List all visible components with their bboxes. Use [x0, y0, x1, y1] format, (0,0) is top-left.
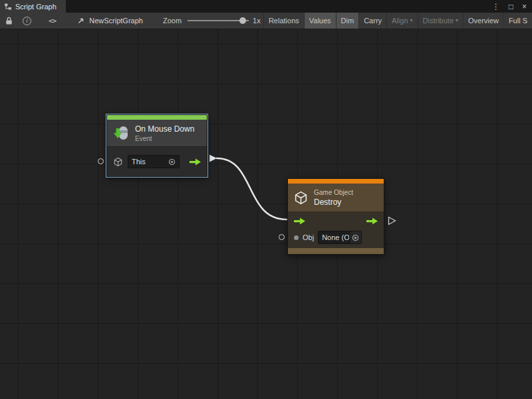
node-subtitle: Event: [135, 135, 194, 142]
code-icon[interactable]: <>: [49, 17, 56, 25]
obj-label: Obj: [303, 233, 314, 241]
zoom-label: Zoom: [163, 17, 182, 25]
control-flow-row: [288, 213, 384, 229]
target-field[interactable]: This: [128, 155, 180, 168]
node-title: Destroy: [314, 198, 353, 207]
window-tab-bar: Script Graph ⋮ □ ×: [0, 0, 532, 13]
flow-output-port[interactable]: [190, 158, 201, 166]
values-button[interactable]: Values: [304, 13, 336, 29]
tab-script-graph[interactable]: Script Graph: [0, 0, 66, 13]
zoom-slider-handle[interactable]: [239, 17, 246, 24]
node-on-mouse-down[interactable]: On Mouse Down Event This: [106, 114, 207, 177]
maximize-icon[interactable]: □: [509, 3, 513, 11]
overview-button[interactable]: Overview: [463, 13, 503, 29]
info-icon[interactable]: i: [23, 17, 31, 25]
toolbar-buttons: Relations Values Dim Carry Align▾ Distri…: [263, 13, 532, 29]
fullscreen-button[interactable]: Full S: [503, 13, 532, 29]
graph-canvas[interactable]: On Mouse Down Event This: [0, 29, 532, 399]
window-menu-icon[interactable]: ⋮: [492, 3, 500, 11]
node-header: On Mouse Down Event: [107, 120, 207, 146]
graph-breadcrumb[interactable]: NewScriptGraph: [77, 17, 143, 25]
node-category: Game Object: [314, 189, 353, 196]
graph-name-label: NewScriptGraph: [89, 17, 143, 25]
flow-continuation-icon: [388, 216, 396, 225]
distribute-button[interactable]: Distribute▾: [418, 13, 463, 29]
destroy-accent-strip: [288, 179, 384, 184]
object-picker-icon[interactable]: [168, 158, 176, 166]
event-accent-strip: [107, 115, 207, 120]
node-port-rows: Obj None (O: [288, 211, 384, 248]
mouse-down-icon: [112, 124, 130, 142]
node-header: Game Object Destroy: [288, 184, 384, 211]
flow-output-port[interactable]: [366, 217, 378, 225]
obj-input-port[interactable]: [279, 234, 285, 240]
carry-button[interactable]: Carry: [358, 13, 386, 29]
tab-title: Script Graph: [15, 3, 57, 11]
node-port-row: This: [107, 146, 207, 176]
connection-wire: [0, 29, 532, 399]
obj-port-dot: [294, 235, 299, 240]
align-button[interactable]: Align▾: [386, 13, 417, 29]
obj-port-row: Obj None (O: [288, 229, 384, 246]
target-input-port[interactable]: [98, 158, 104, 164]
dim-button[interactable]: Dim: [336, 13, 359, 29]
graph-toolbar: i <> NewScriptGraph Zoom 1x Relations Va…: [0, 13, 532, 29]
object-picker-icon[interactable]: [352, 234, 359, 241]
obj-field-value: None (O: [322, 233, 349, 241]
close-icon[interactable]: ×: [522, 3, 527, 11]
target-field-value: This: [132, 158, 146, 166]
chevron-down-icon: ▾: [456, 18, 458, 23]
graph-pointer-icon: [77, 17, 85, 25]
graph-tab-icon: [4, 3, 12, 11]
gameobject-cube-icon: [113, 157, 123, 167]
object-picker-box[interactable]: [349, 231, 361, 243]
chevron-down-icon: ▾: [410, 18, 413, 23]
zoom-slider[interactable]: [188, 17, 249, 25]
lock-icon[interactable]: [5, 17, 13, 25]
window-controls: ⋮ □ ×: [492, 0, 532, 13]
obj-field[interactable]: None (O: [318, 231, 362, 244]
node-title: On Mouse Down: [135, 124, 194, 134]
destroy-footer-strip: [288, 248, 384, 254]
flow-input-port[interactable]: [294, 217, 305, 225]
gameobject-cube-icon: [294, 191, 308, 205]
node-destroy[interactable]: Game Object Destroy: [287, 178, 384, 255]
zoom-value: 1x: [253, 17, 261, 25]
relations-button[interactable]: Relations: [263, 13, 304, 29]
